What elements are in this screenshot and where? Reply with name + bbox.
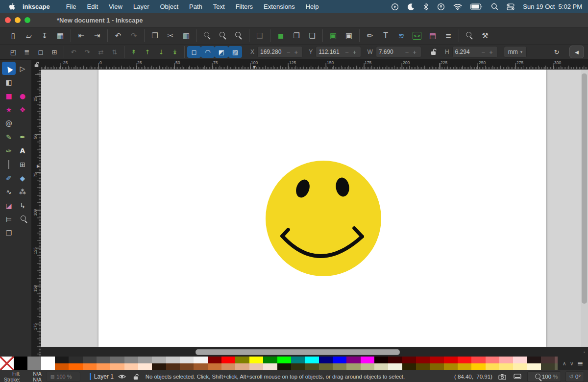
- bluetooth-icon[interactable]: [423, 3, 429, 11]
- lower-icon[interactable]: ↓: [154, 46, 168, 58]
- palette-swatch[interactable]: [124, 363, 138, 370]
- palette-swatch[interactable]: [194, 363, 207, 370]
- palette-swatch[interactable]: [152, 363, 166, 370]
- no-color-swatch[interactable]: [0, 357, 14, 370]
- open-document-icon[interactable]: ▱: [21, 29, 37, 42]
- palette-swatch[interactable]: [319, 357, 333, 363]
- fill-stroke-icon[interactable]: ✏: [362, 29, 378, 42]
- current-layer-label[interactable]: Layer 1: [94, 373, 114, 380]
- node-tool[interactable]: ▷: [16, 62, 29, 75]
- palette-swatch[interactable]: [416, 363, 430, 370]
- palette-swatch[interactable]: [110, 357, 124, 363]
- measure-tool[interactable]: ⊨: [2, 213, 16, 226]
- apple-menu-icon[interactable]: [9, 3, 16, 11]
- palette-swatch[interactable]: [499, 363, 513, 370]
- palette-swatch[interactable]: [486, 363, 499, 370]
- vertical-ruler[interactable]: 255075100125150175 ▶: [31, 70, 41, 357]
- save-document-icon[interactable]: ↧: [37, 29, 52, 42]
- palette-swatch[interactable]: [388, 357, 402, 363]
- width-decrement-button[interactable]: −: [403, 48, 411, 56]
- palette-swatch[interactable]: [541, 357, 555, 363]
- smiley-face-object[interactable]: [262, 157, 385, 280]
- text-dialog-icon[interactable]: T: [378, 29, 393, 42]
- maximize-window-button[interactable]: [24, 17, 30, 23]
- battery-icon[interactable]: [470, 3, 483, 10]
- selection-box-icon[interactable]: ⊞: [48, 46, 61, 58]
- height-value[interactable]: 6.294: [455, 48, 480, 55]
- flip-vertical-icon[interactable]: ⇅: [108, 46, 122, 58]
- x-value[interactable]: 169.280: [260, 48, 285, 55]
- palette-swatch[interactable]: [346, 357, 360, 363]
- gradient-tool[interactable]: [2, 158, 16, 171]
- shape-builder-tool[interactable]: ◧: [2, 75, 16, 89]
- menu-item[interactable]: File: [61, 3, 82, 10]
- move-as-group-toggle[interactable]: ◻: [187, 46, 201, 58]
- palette-swatch[interactable]: [430, 363, 443, 370]
- height-decrement-button[interactable]: −: [480, 48, 488, 56]
- camera-icon[interactable]: [497, 374, 508, 380]
- palette-swatch[interactable]: [55, 357, 69, 363]
- width-increment-button[interactable]: +: [411, 48, 418, 56]
- dropper-tool[interactable]: ✐: [2, 171, 16, 185]
- palette-swatch[interactable]: [166, 363, 180, 370]
- palette-swatch[interactable]: [499, 357, 513, 363]
- x-field[interactable]: 169.280 − +: [257, 46, 303, 58]
- menu-item[interactable]: Edit: [82, 3, 103, 10]
- rotation-field[interactable]: ↺ 0°: [565, 371, 584, 382]
- palette-swatch[interactable]: [486, 357, 499, 363]
- rectangle-tool[interactable]: ■: [2, 89, 16, 102]
- spray-tool[interactable]: ⁂: [16, 185, 29, 198]
- select-all-icon[interactable]: ◰: [6, 46, 20, 58]
- cut-icon[interactable]: ✂: [163, 29, 178, 42]
- zoom-value[interactable]: 100: [542, 374, 551, 380]
- palette-swatch[interactable]: [388, 363, 402, 370]
- palette-swatch[interactable]: [138, 357, 152, 363]
- palette-swatch[interactable]: [249, 357, 263, 363]
- palette-swatch[interactable]: [152, 357, 166, 363]
- group-icon[interactable]: ▣: [325, 29, 341, 42]
- layer-lock-icon[interactable]: [130, 374, 141, 380]
- zoom-page-icon[interactable]: [215, 29, 231, 42]
- width-field[interactable]: 7.690 − +: [376, 46, 421, 58]
- palette-swatch[interactable]: [221, 357, 235, 363]
- palette-swatch[interactable]: [527, 357, 541, 363]
- layers-dialog-icon[interactable]: ≋: [393, 29, 409, 42]
- spotlight-search-icon[interactable]: [491, 3, 498, 10]
- palette-swatch[interactable]: [444, 363, 458, 370]
- y-increment-button[interactable]: +: [351, 48, 359, 56]
- find-icon[interactable]: [462, 29, 477, 42]
- transform-gradient-toggle[interactable]: ▨: [228, 46, 242, 58]
- palette-swatch[interactable]: [513, 357, 527, 363]
- vertical-scrollbar[interactable]: [581, 70, 588, 347]
- paste-icon[interactable]: ▥: [178, 29, 194, 42]
- select-all-layers-icon[interactable]: ≣: [20, 46, 34, 58]
- horizontal-ruler[interactable]: -250255075100125150175200225250275300 ▼: [31, 60, 588, 70]
- snap-toggle-icon[interactable]: ↻: [550, 46, 564, 58]
- palette-swatch[interactable]: [374, 363, 388, 370]
- menu-item[interactable]: Help: [300, 3, 324, 10]
- eraser-tool[interactable]: ◪: [2, 199, 16, 212]
- rotate-ccw-icon[interactable]: ↶: [67, 46, 80, 58]
- palette-swatch[interactable]: [458, 363, 471, 370]
- box-3d-tool[interactable]: ❖: [16, 103, 29, 116]
- collapse-panel-button[interactable]: ◀: [569, 46, 584, 58]
- clone-icon[interactable]: ❐: [289, 29, 304, 42]
- palette-swatch[interactable]: [333, 363, 346, 370]
- palette-scroll-down-button[interactable]: ∨: [570, 360, 574, 367]
- horizontal-scrollbar[interactable]: [41, 347, 581, 357]
- deselect-icon[interactable]: ◻: [34, 46, 48, 58]
- palette-swatch[interactable]: [263, 357, 277, 363]
- y-field[interactable]: 112.161 − +: [316, 46, 361, 58]
- palette-swatch[interactable]: [527, 363, 541, 370]
- palette-swatch[interactable]: [208, 357, 221, 363]
- new-document-icon[interactable]: ▯: [5, 29, 21, 42]
- palette-swatch[interactable]: [166, 357, 180, 363]
- import-icon[interactable]: ⇤: [74, 29, 89, 42]
- pencil-tool[interactable]: ✎: [2, 130, 16, 143]
- palette-swatch[interactable]: [235, 357, 249, 363]
- palette-swatch[interactable]: [333, 357, 346, 363]
- white-swatch[interactable]: [41, 357, 55, 370]
- palette-swatch[interactable]: [513, 363, 527, 370]
- screen-record-icon[interactable]: [391, 3, 399, 11]
- ungroup-icon[interactable]: ▣: [341, 29, 357, 42]
